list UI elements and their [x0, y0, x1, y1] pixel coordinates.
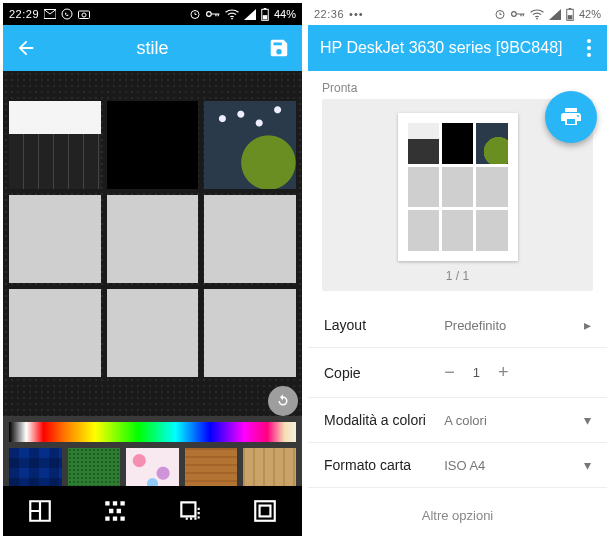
- wifi-icon: [530, 9, 544, 20]
- shuffle-button[interactable]: [268, 386, 298, 416]
- collage-cell[interactable]: [204, 101, 296, 189]
- dropdown-icon: ▾: [584, 457, 591, 473]
- print-body: Pronta 1 / 1 Layout Predefinito ▸ C: [308, 71, 607, 536]
- app-bar: stile: [3, 25, 302, 71]
- option-value: Predefinito: [444, 318, 584, 333]
- shadow-tool-icon[interactable]: [177, 498, 203, 524]
- option-label: Copie: [324, 365, 444, 381]
- bottom-toolbar: [3, 486, 302, 536]
- whatsapp-icon: [61, 8, 73, 20]
- texture-row: [9, 448, 296, 490]
- vpn-icon: [511, 9, 525, 19]
- option-paper-size[interactable]: Formato carta ISO A4 ▾: [308, 443, 607, 488]
- texture-swatch-floral[interactable]: [126, 448, 179, 490]
- color-slider[interactable]: [9, 422, 296, 442]
- option-copies: Copie − 1 +: [308, 348, 607, 398]
- printer-title[interactable]: HP DeskJet 3630 series [9BC848]: [320, 39, 583, 57]
- texture-swatch-pixel[interactable]: [9, 448, 62, 490]
- collage-cell[interactable]: [9, 101, 101, 189]
- svg-rect-8: [263, 15, 268, 19]
- svg-rect-16: [568, 15, 573, 19]
- frame-tool-icon[interactable]: [252, 498, 278, 524]
- option-value: ISO A4: [444, 458, 584, 473]
- option-layout[interactable]: Layout Predefinito ▸: [308, 303, 607, 348]
- clock: 22:36: [314, 8, 344, 20]
- svg-point-4: [207, 12, 212, 17]
- app-bar: HP DeskJet 3630 series [9BC848]: [308, 25, 607, 71]
- print-fab[interactable]: [545, 91, 597, 143]
- mail-icon: [44, 9, 56, 19]
- dropdown-icon: ▾: [584, 412, 591, 428]
- svg-rect-9: [255, 501, 275, 521]
- app-title: stile: [49, 38, 256, 59]
- page-indicator: 1 / 1: [322, 269, 593, 283]
- clock: 22:29: [9, 8, 39, 20]
- svg-point-12: [512, 12, 517, 17]
- wifi-icon: [225, 9, 239, 20]
- overflow-menu-icon[interactable]: [583, 35, 595, 61]
- canvas[interactable]: [3, 71, 302, 536]
- vpn-icon: [206, 9, 220, 19]
- collage-grid: [9, 101, 296, 377]
- option-label: Modalità a colori: [324, 412, 444, 428]
- option-value: A colori: [444, 413, 584, 428]
- battery-text: 42%: [579, 8, 601, 20]
- svg-rect-10: [259, 506, 270, 517]
- camera-icon: [78, 9, 90, 19]
- notification-dots-icon: •••: [349, 8, 364, 20]
- texture-swatch-wood-dark[interactable]: [185, 448, 238, 490]
- battery-icon: [261, 8, 269, 21]
- chevron-right-icon: ▸: [584, 317, 591, 333]
- signal-icon: [549, 9, 561, 20]
- texture-swatch-grass[interactable]: [68, 448, 121, 490]
- collage-cell[interactable]: [9, 289, 101, 377]
- texture-swatch-wood-light[interactable]: [243, 448, 296, 490]
- collage-cell[interactable]: [204, 195, 296, 283]
- signal-icon: [244, 9, 256, 20]
- print-options: Layout Predefinito ▸ Copie − 1 + Modalit…: [308, 299, 607, 492]
- copies-increment[interactable]: +: [498, 362, 509, 383]
- copies-decrement[interactable]: −: [444, 362, 455, 383]
- option-label: Layout: [324, 317, 444, 333]
- collage-cell[interactable]: [107, 101, 199, 189]
- svg-point-0: [62, 9, 72, 19]
- copies-value: 1: [473, 365, 480, 380]
- svg-point-2: [82, 13, 86, 17]
- collage-cell[interactable]: [107, 195, 199, 283]
- status-bar: 22:29 44%: [3, 3, 302, 25]
- collage-cell[interactable]: [204, 289, 296, 377]
- pattern-tool-icon[interactable]: [102, 498, 128, 524]
- svg-point-5: [231, 17, 233, 19]
- battery-icon: [566, 8, 574, 21]
- option-label: Formato carta: [324, 457, 444, 473]
- svg-rect-15: [569, 8, 572, 9]
- save-icon[interactable]: [268, 37, 290, 59]
- right-screenshot: 22:36 ••• 42% HP DeskJet 3630 series [9B…: [305, 0, 610, 539]
- layout-tool-icon[interactable]: [27, 498, 53, 524]
- back-icon[interactable]: [15, 37, 37, 59]
- alarm-icon: [494, 8, 506, 20]
- collage-cell[interactable]: [9, 195, 101, 283]
- alarm-icon: [189, 8, 201, 20]
- preview-page: [398, 113, 518, 261]
- left-screenshot: 22:29 44% stile: [0, 0, 305, 539]
- more-options[interactable]: Altre opzioni: [308, 492, 607, 536]
- svg-point-13: [536, 17, 538, 19]
- collage-cell[interactable]: [107, 289, 199, 377]
- option-color-mode[interactable]: Modalità a colori A colori ▾: [308, 398, 607, 443]
- svg-rect-7: [264, 8, 267, 9]
- status-bar: 22:36 ••• 42%: [308, 3, 607, 25]
- battery-text: 44%: [274, 8, 296, 20]
